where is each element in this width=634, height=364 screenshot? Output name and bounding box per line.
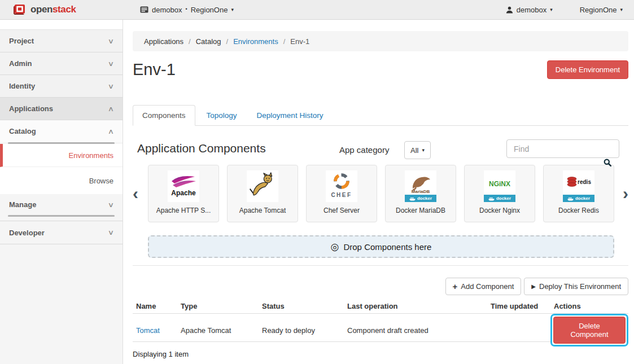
delete-environment-button[interactable]: Delete Environment [547,60,628,79]
sidebar-item-label: Project [9,37,34,45]
apache-http-logo-icon: Apache [168,170,199,202]
context-project: demobox [152,6,182,14]
project-region-switcher[interactable]: demobox • RegionOne ▾ [140,6,234,14]
drop-zone-label: Drop Components here [343,242,431,252]
tab-deployment-history[interactable]: Deployment History [248,106,332,125]
docker-badge-label: docker [575,196,590,201]
sidebar-item-manage[interactable]: Manage ∨ [0,194,123,215]
caret-down-icon: ▾ [422,147,425,153]
highlight-frame: Delete Component [550,314,628,347]
component-card-docker-nginx[interactable]: NGiNX docker Docker Nginx [464,165,535,222]
carousel-next-button[interactable]: › [615,165,628,222]
deploy-environment-label: Deploy This Environment [539,282,621,291]
component-card-apache-http[interactable]: Apache Apache HTTP S... [148,165,219,222]
sidebar-item-applications[interactable]: Applications ∧ [0,98,123,120]
apache-wordmark: Apache [171,189,196,197]
chef-logo-icon: CHEF [326,170,357,202]
drop-components-zone[interactable]: ◎ Drop Components here [148,235,614,258]
component-card-chef-server[interactable]: CHEF Chef Server [306,165,377,222]
breadcrumb-applications: Applications [144,37,183,46]
column-header-name: Name [133,302,177,310]
category-dropdown-value: All [410,146,418,155]
context-region: RegionOne [191,6,228,14]
chevron-down-icon: ∨ [108,37,114,45]
domain-icon [140,6,148,13]
breadcrumb-separator: / [189,37,191,46]
column-header-time-updated: Time updated [487,302,550,310]
column-header-last-operation: Last operation [344,302,487,310]
component-card-label: Apache Tomcat [239,207,286,214]
chevron-down-icon: ∨ [108,60,114,68]
sidebar-item-developer[interactable]: Developer ∨ [0,221,123,244]
chevron-down-icon: ∨ [108,201,114,209]
sidebar-item-label: Developer [9,229,45,237]
components-panel-header: Application Components App category All … [133,141,628,165]
docker-badge: docker [563,195,594,202]
sidebar-item-catalog[interactable]: Catalog ∧ [0,120,123,142]
sidebar-item-browse[interactable]: Browse [0,167,123,194]
component-card-label: Apache HTTP S... [156,207,211,214]
component-card-label: Chef Server [323,207,360,214]
carousel-prev-button[interactable]: ‹ [133,165,148,222]
context-separator: • [185,6,187,12]
target-icon: ◎ [331,242,339,252]
component-card-label: Docker MariaDB [396,207,445,214]
component-type-cell: Apache Tomcat [177,326,259,335]
breadcrumb: Applications / Catalog / Environments / … [133,31,628,51]
component-name-link[interactable]: Tomcat [136,326,160,335]
search-input[interactable] [506,139,619,158]
component-card-docker-redis[interactable]: redis docker Docker Redis [543,165,614,222]
deploy-environment-button[interactable]: ▶ Deploy This Environment [524,278,628,295]
chevron-down-icon: ∨ [108,229,114,236]
components-carousel: ‹ Apache Apache HTTP S. [133,165,628,222]
tab-bar: Components Topology Deployment History [133,104,628,126]
sidebar-item-admin[interactable]: Admin ∨ [0,52,123,75]
sidebar-item-label: Catalog [9,127,36,135]
tab-components[interactable]: Components [133,105,195,126]
sidebar-item-environments[interactable]: Environments [0,144,123,167]
sidebar-item-project[interactable]: Project ∨ [0,30,123,52]
delete-component-button[interactable]: Delete Component [553,317,626,344]
column-header-type: Type [177,302,259,310]
component-card-apache-tomcat[interactable]: Apache Tomcat [227,165,298,222]
brand-stack: stack [53,4,76,15]
sidebar-item-label: Manage [9,200,36,209]
user-icon [506,6,513,14]
column-header-actions: Actions [550,302,628,310]
openstack-logo[interactable]: openstack [0,3,123,16]
topbar: openstack demobox • RegionOne ▾ demobox … [0,0,634,20]
topbar-right: demobox ▾ RegionOne ▾ [506,6,634,14]
sidebar-top-strip [0,20,123,30]
user-menu[interactable]: demobox ▾ [506,6,553,14]
sidebar-item-label: Browse [89,177,113,185]
tomcat-logo-icon [247,170,278,202]
search-button[interactable] [604,159,611,168]
chevron-down-icon: ∨ [108,82,114,90]
component-actions-cell: Delete Component [550,314,628,347]
manage-underline [8,215,115,217]
play-icon: ▶ [531,284,536,290]
nginx-logo-icon: NGiNX docker [484,170,515,202]
title-row: Env-1 Delete Environment [133,60,628,79]
table-header-row: Name Type Status Last operation Time upd… [133,299,628,314]
sidebar-item-label: Applications [9,104,53,113]
tab-topology[interactable]: Topology [198,106,246,125]
add-component-button[interactable]: + Add Component [445,278,522,295]
panel-heading: Application Components [137,142,266,155]
add-component-label: Add Component [461,282,514,291]
breadcrumb-current: Env-1 [290,37,309,46]
docker-whale-icon [409,196,416,201]
user-menu-label: demobox [517,6,546,14]
component-card-docker-mariadb[interactable]: MariaDB docker Docker MariaDB [385,165,456,222]
breadcrumb-environments-link[interactable]: Environments [233,37,278,46]
docker-whale-icon [488,196,495,201]
region-menu[interactable]: RegionOne ▾ [580,6,623,14]
category-dropdown[interactable]: All ▾ [404,141,431,159]
brand-wordmark: openstack [30,4,76,15]
column-header-status: Status [259,302,344,310]
docker-badge: docker [484,195,515,202]
sidebar-item-identity[interactable]: Identity ∨ [0,75,123,98]
docker-badge-label: docker [417,196,432,201]
table-row: Tomcat Apache Tomcat Ready to deploy Com… [133,314,628,342]
docker-badge: docker [405,195,436,202]
